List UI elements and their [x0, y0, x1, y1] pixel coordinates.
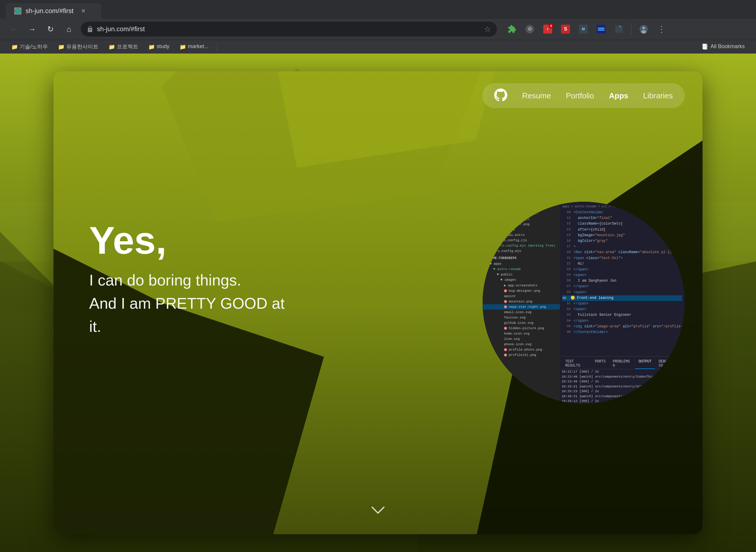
bookmark-label-0: 기술/노하우 [20, 43, 48, 50]
hero-line2: I can do boring things. [89, 272, 241, 289]
website-frame: Resume Portfolio Apps Libraries Yes, I c… [53, 71, 703, 534]
tab-bar: 🌐 sh-jun.com/#first ✕ [0, 0, 756, 19]
folder-item: ▼ astro-resume [483, 267, 560, 272]
code-line: 18<Nav slot="nav-area" className="absolu… [562, 250, 682, 255]
browser-chrome: 🌐 sh-jun.com/#first ✕ ← → ↻ ⌂ sh-jun.com… [0, 0, 756, 53]
svg-point-8 [642, 27, 645, 29]
folder-icon-2: 📁 [109, 44, 114, 49]
file-item: apoint [483, 293, 560, 299]
code-line: 34</span> [562, 318, 682, 324]
reload-icon: ↻ [47, 25, 54, 34]
hero-yes-text: Yes, [89, 221, 297, 260]
ext-red-badge: ! 4 [543, 25, 552, 33]
nav-libraries[interactable]: Libraries [643, 91, 673, 101]
vscode-editor-view: apps > astro-resume > src apps/astro-res… [483, 202, 685, 404]
bookmark-item-3[interactable]: 📁 study [144, 41, 173, 51]
file-item: bug-designer.png [483, 288, 560, 293]
site-navigation: Resume Portfolio Apps Libraries [482, 83, 685, 108]
code-line: 33 Fullstack Senior Engineer [562, 312, 682, 318]
bookmark-item-0[interactable]: 📁 기술/노하우 [7, 41, 52, 52]
ext-puzzle-piece-icon[interactable] [612, 22, 626, 36]
github-link[interactable] [494, 89, 507, 103]
folder-icon-4: 📁 [179, 44, 185, 49]
code-line: 22 Hi! [562, 261, 682, 267]
ext-tree-icon[interactable]: ⚙ [523, 22, 537, 36]
bookmark-label-1: 유용한사이트 [66, 43, 98, 50]
folder-item: ▼ apps [483, 261, 560, 267]
ext-dark-icon[interactable]: M [577, 22, 590, 36]
folder-icon-1: 📁 [58, 44, 64, 49]
home-icon: ⌂ [67, 25, 71, 34]
file-item: phone-icon.svg [483, 341, 560, 347]
home-button[interactable]: ⌂ [62, 23, 76, 36]
code-line: 17> [562, 244, 682, 250]
hero-section: Yes, I can do boring things. And I am PR… [89, 221, 297, 338]
file-item: github-icon.svg [483, 320, 560, 325]
terminal-tab-output[interactable]: OUTPUT [635, 358, 655, 369]
page-content: Resume Portfolio Apps Libraries Yes, I c… [0, 53, 756, 552]
svg-text:⚙: ⚙ [528, 26, 532, 31]
scroll-down-button[interactable] [369, 503, 387, 519]
ext-red-icon[interactable]: ! 4 [541, 22, 554, 36]
terminal-tab-ports[interactable]: PORTS [591, 358, 609, 369]
terminal-tab-problems[interactable]: PROBLEMS 0 [609, 358, 635, 369]
code-line: 28<span> [562, 290, 682, 295]
code-line: 27</span> [562, 284, 682, 289]
svg-text:🌐: 🌐 [16, 9, 20, 13]
profile-menu-button[interactable] [637, 22, 650, 36]
bookmark-label-2: 프로젝트 [117, 43, 138, 50]
address-bar[interactable]: sh-jun.com/#first ☆ [81, 22, 497, 36]
nav-apps[interactable]: Apps [609, 91, 628, 101]
file-item: hidden-picture.png [483, 325, 560, 331]
tab-close-button[interactable]: ✕ [80, 8, 87, 14]
ext-slash-badge: S [561, 25, 570, 33]
code-line: 24<span> [562, 272, 682, 278]
folder-item: ▼ public [483, 272, 560, 277]
code-line: 35<img slot="image-area" alt="profile" s… [562, 324, 682, 329]
browser-tab[interactable]: 🌐 sh-jun.com/#first ✕ [6, 3, 101, 19]
ext-puzzle-icon[interactable] [505, 22, 519, 36]
code-line: 23</span> [562, 267, 682, 272]
ext-slash-icon[interactable]: S [559, 22, 573, 36]
folder-item: ▶ app-screenshots [483, 283, 560, 288]
svg-rect-6 [598, 29, 605, 31]
bookmark-item-4[interactable]: 📁 market... [175, 41, 213, 51]
back-button[interactable]: ← [7, 23, 20, 36]
hero-line3: And I am PRETTY GOOD at it. [89, 295, 285, 335]
folder-item: ▼ images [483, 277, 560, 283]
nav-resume[interactable]: Resume [522, 91, 551, 101]
bookmark-item-2[interactable]: 📁 프로젝트 [104, 41, 142, 52]
bookmark-item-1[interactable]: 📁 유용한사이트 [54, 41, 103, 52]
bookmarks-separator [217, 42, 217, 51]
bookmark-icon: 📑 [702, 43, 708, 50]
code-line: 26 I am Sanghyeon Jun [562, 278, 682, 284]
github-icon [494, 89, 507, 102]
hero-subtitle: I can do boring things. And I am PRETTY … [89, 269, 297, 338]
back-icon: ← [10, 25, 17, 34]
forward-button[interactable]: → [25, 23, 39, 36]
more-options-button[interactable]: ⋮ [655, 22, 668, 36]
toolbar-extensions: ⚙ ! 4 S M [505, 22, 668, 36]
bookmark-star-icon[interactable]: ☆ [484, 25, 491, 34]
file-item-selected: napa-star-night.png [483, 304, 560, 309]
code-line: 21<span class="text-5xl"> [562, 256, 682, 261]
ext-blue-stripe-icon[interactable] [594, 22, 608, 36]
ext-dark-badge: M [579, 25, 588, 33]
svg-rect-5 [598, 28, 605, 29]
forward-icon: → [28, 25, 36, 34]
file-item: mountain.png [483, 299, 560, 304]
lock-icon [87, 26, 93, 32]
file-item: line.svg [483, 336, 560, 341]
folder-icon-0: 📁 [11, 44, 17, 49]
terminal-tab-results[interactable]: TEST RESULTS [561, 358, 591, 369]
nav-portfolio[interactable]: Portfolio [566, 91, 594, 101]
code-line: 31</span> [562, 301, 682, 307]
file-item: email-icon.svg [483, 309, 560, 315]
reload-button[interactable]: ↻ [44, 23, 57, 36]
all-bookmarks-button[interactable]: 📑 All Bookmarks [698, 41, 749, 52]
svg-rect-4 [597, 25, 606, 33]
address-text: sh-jun.com/#first [97, 25, 481, 33]
all-bookmarks-label: All Bookmarks [711, 43, 745, 49]
code-line: 32<span> [562, 307, 682, 312]
tab-title: sh-jun.com/#first [25, 7, 74, 15]
